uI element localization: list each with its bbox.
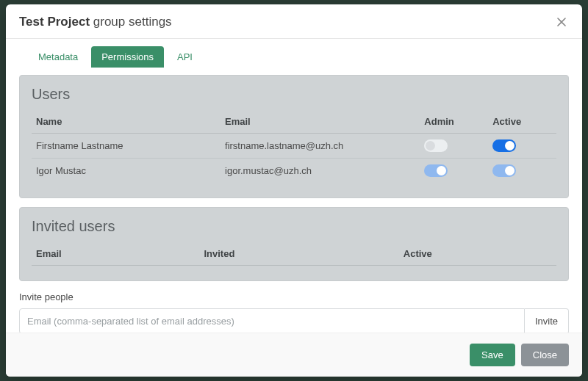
close-button[interactable]: Close bbox=[521, 344, 569, 366]
tab-api[interactable]: API bbox=[167, 46, 203, 68]
col-inv-invited: Invited bbox=[199, 242, 398, 266]
modal-footer: Save Close bbox=[6, 333, 582, 377]
project-name: Test Project bbox=[19, 15, 90, 29]
invite-block: Invite people Invite Separate multiple e… bbox=[19, 291, 569, 333]
col-name: Name bbox=[32, 110, 220, 134]
close-icon[interactable] bbox=[554, 15, 569, 29]
users-panel: Users Name Email Admin Active Firstname … bbox=[19, 75, 569, 198]
modal-title: Test Project group settings bbox=[19, 15, 172, 29]
user-email: igor.mustac@uzh.ch bbox=[220, 159, 420, 184]
col-admin: Admin bbox=[420, 110, 488, 134]
tab-metadata[interactable]: Metadata bbox=[28, 46, 88, 68]
tabs: Metadata Permissions API bbox=[6, 39, 582, 68]
col-inv-email: Email bbox=[32, 242, 199, 266]
invited-users-panel: Invited users Email Invited Active bbox=[19, 207, 569, 281]
table-row: Igor Mustac igor.mustac@uzh.ch bbox=[32, 159, 556, 184]
invite-button[interactable]: Invite bbox=[525, 308, 569, 333]
invite-row: Invite bbox=[19, 308, 569, 333]
invited-heading: Invited users bbox=[32, 218, 556, 235]
invited-table: Email Invited Active bbox=[32, 242, 556, 266]
admin-toggle[interactable] bbox=[424, 164, 448, 177]
table-row: Firstname Lastname firstname.lastname@uz… bbox=[32, 134, 556, 159]
col-inv-active: Active bbox=[399, 242, 556, 266]
save-button[interactable]: Save bbox=[470, 344, 515, 366]
invite-input[interactable] bbox=[19, 308, 525, 333]
tab-permissions[interactable]: Permissions bbox=[91, 46, 164, 68]
active-toggle[interactable] bbox=[492, 139, 516, 152]
admin-toggle[interactable] bbox=[424, 139, 448, 152]
modal-body: Metadata Permissions API Users Name Emai… bbox=[6, 39, 582, 333]
users-heading: Users bbox=[32, 86, 556, 103]
col-active: Active bbox=[488, 110, 556, 134]
title-suffix: group settings bbox=[93, 15, 172, 29]
users-table: Name Email Admin Active Firstname Lastna… bbox=[32, 110, 556, 183]
invite-label: Invite people bbox=[19, 291, 569, 302]
col-email: Email bbox=[220, 110, 420, 134]
user-name: Igor Mustac bbox=[32, 159, 220, 184]
user-email: firstname.lastname@uzh.ch bbox=[220, 134, 420, 159]
user-name: Firstname Lastname bbox=[32, 134, 220, 159]
active-toggle[interactable] bbox=[492, 164, 516, 177]
group-settings-modal: Test Project group settings Metadata Per… bbox=[6, 4, 582, 377]
modal-header: Test Project group settings bbox=[6, 4, 582, 39]
